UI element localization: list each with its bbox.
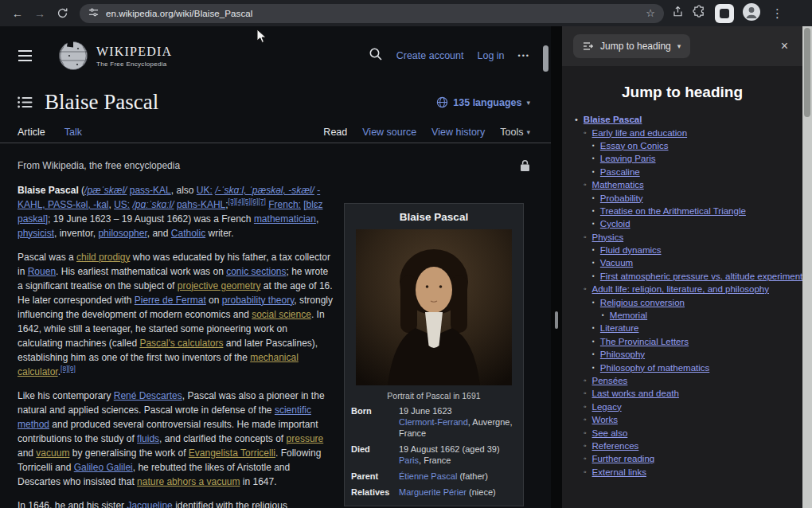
heading-link[interactable]: External links [592,467,646,477]
article-link[interactable]: Pascal's calculators [139,338,223,349]
heading-link[interactable]: Works [592,415,618,424]
heading-link[interactable]: Probability [600,193,643,203]
heading-item[interactable]: ▪Philosophy of mathematics [562,361,802,373]
heading-item[interactable]: ▪Cycloid [562,217,802,230]
heading-item[interactable]: •Blaise Pascal [562,113,802,126]
contents-list-icon[interactable] [18,96,33,108]
heading-link[interactable]: Philosophy [600,350,645,359]
article-link[interactable]: mathematician [254,213,316,225]
heading-link[interactable]: Last works and death [592,389,679,398]
heading-item[interactable]: ◦Mathematics [562,178,802,191]
page-scrollbar-thumb[interactable] [543,45,548,72]
window-scrollbar[interactable] [802,26,812,508]
heading-item[interactable]: ▪Fluid dynamics [562,244,802,256]
heading-link[interactable]: Vacuum [600,258,633,268]
heading-link[interactable]: Leaving Paris [600,154,656,163]
share-icon[interactable] [672,6,684,21]
forward-button[interactable]: → [29,2,51,25]
article-link[interactable]: [3][4][5][6][7] [228,197,266,205]
heading-link[interactable]: Fluid dynamics [600,245,662,255]
heading-item[interactable]: ◦Further reading [562,452,802,465]
heading-item[interactable]: ◦Physics [562,231,802,244]
heading-item[interactable]: ◦Early life and education [562,126,802,139]
article-link[interactable]: Rouen [28,266,56,277]
heading-link[interactable]: Adult life: religion, literature, and ph… [592,284,769,294]
back-button[interactable]: ← [6,2,29,25]
article-link[interactable]: French: [268,199,301,210]
tab-article[interactable]: Article [18,127,45,138]
heading-item[interactable]: ▪Vacuum [562,256,802,269]
heading-link[interactable]: Cycloid [600,219,630,229]
article-link[interactable]: Pierre de Fermat [135,295,206,306]
heading-link[interactable]: Religious conversion [600,298,685,307]
heading-item[interactable]: ▪The Provincial Letters [562,335,802,348]
tab-tools[interactable]: Tools ▾ [500,127,530,138]
heading-item[interactable]: ◦See also [562,426,802,439]
heading-item[interactable]: ◦Works [562,413,802,426]
heading-item[interactable]: ▪First atmospheric pressure vs. altitude… [562,270,802,283]
header-more-button[interactable]: ••• [518,52,530,60]
extensions-puzzle-icon[interactable] [693,5,706,21]
article-link[interactable]: projective geometry [178,280,261,291]
heading-item[interactable]: ◦Pensées [562,374,802,387]
heading-item[interactable]: ◦Last works and death [562,387,802,400]
article-link[interactable]: Paris [399,455,419,465]
article-link[interactable]: fluids [137,433,159,444]
article-link[interactable]: Clermont-Ferrand [399,417,468,427]
article-link[interactable]: probability theory [222,295,295,306]
article-link[interactable]: philosopher [98,228,146,239]
article-link[interactable]: pahs-KAHL [177,199,225,210]
article-link[interactable]: conic sections [226,266,286,277]
heading-link[interactable]: Literature [600,323,639,333]
heading-link[interactable]: Essay on Conics [600,141,669,150]
heading-item[interactable]: ▪Pascaline [562,166,802,178]
article-link[interactable]: Marguerite Périer [399,487,467,497]
profile-avatar[interactable] [743,3,760,24]
article-link[interactable]: pass-KAL [130,185,171,196]
article-link[interactable]: physicist [18,228,54,239]
heading-item[interactable]: ◦External links [562,466,802,479]
heading-item[interactable]: ▪Probability [562,191,802,204]
article-link[interactable]: UK: [197,185,213,196]
bookmark-star-icon[interactable]: ☆ [646,8,655,18]
heading-link[interactable]: Treatise on the Arithmetical Triangle [600,206,746,216]
login-link[interactable]: Log in [477,50,504,61]
heading-link[interactable]: See also [592,428,628,438]
heading-item[interactable]: ▪Philosophy [562,348,802,361]
article-link[interactable]: vacuum [36,447,69,459]
site-info-icon[interactable] [88,6,99,21]
tab-view-source[interactable]: View source [362,127,416,138]
wikipedia-logo[interactable]: WIKIPEDIA The Free Encyclopedia [57,39,172,72]
languages-button[interactable]: 135 languages ▾ [436,96,530,108]
article-link[interactable]: Étienne Pascal [399,471,457,481]
reload-button[interactable] [51,2,73,25]
article-link[interactable]: Jacqueline [127,500,172,508]
heading-item[interactable]: ▪Literature [562,322,802,334]
article-link[interactable]: /-ˈskɑːl, ˈpæskəl, -skæl/ [215,185,314,196]
panel-resize-handle[interactable] [555,311,558,329]
create-account-link[interactable]: Create account [396,50,464,61]
article-link[interactable]: social science [252,309,311,320]
pascal-portrait-image[interactable] [356,229,512,385]
heading-item[interactable]: ▪Treatise on the Arithmetical Triangle [562,205,802,217]
heading-link[interactable]: References [592,441,639,451]
heading-link[interactable]: Early life and education [592,128,688,138]
article-link[interactable]: Evangelista Torricelli [189,447,275,459]
main-menu-button[interactable] [16,44,40,68]
browser-menu-button[interactable]: ⋮ [769,7,786,19]
window-scrollbar-thumb[interactable] [804,28,810,117]
heading-link[interactable]: Memorial [610,311,647,320]
active-extension-button[interactable] [715,4,734,23]
heading-item[interactable]: ▪Essay on Conics [562,139,802,152]
tab-view-history[interactable]: View history [431,127,485,138]
panel-dropdown-button[interactable]: Jump to heading ▾ [573,34,690,58]
tab-talk[interactable]: Talk [64,127,82,138]
article-link[interactable]: /pɑːˈskɑːl/ [133,199,174,210]
heading-link[interactable]: Pensées [592,376,628,385]
heading-link[interactable]: Further reading [592,454,655,463]
heading-item[interactable]: ▪Leaving Paris [562,152,802,165]
heading-link[interactable]: Mathematics [592,180,644,190]
heading-item[interactable]: ◦References [562,440,802,452]
article-link[interactable]: pressure [287,433,324,444]
article-link[interactable]: [8][9] [61,365,76,373]
